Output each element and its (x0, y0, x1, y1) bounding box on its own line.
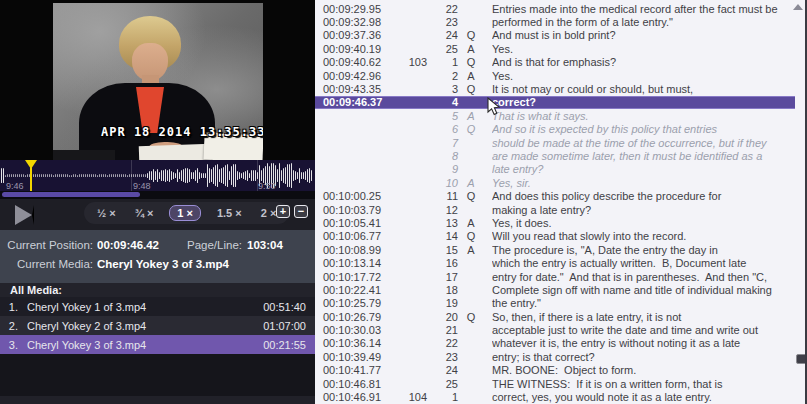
transcript-text: the entry." (492, 297, 795, 309)
media-item-number: 3. (2, 339, 18, 351)
zoom-out-button[interactable]: − (294, 205, 308, 218)
transcript-row[interactable]: 00:10:26.79 20 Q So, then, if there is a… (315, 310, 795, 323)
transcript-line-number: 5 (427, 110, 458, 122)
speed-selector: ½ ×¾ ×1 ×1.5 ×2 × (84, 202, 289, 224)
transcript-row[interactable]: 6 Q And so it is expected by this policy… (315, 123, 795, 136)
transcript-row[interactable]: 00:10:03.79 12 making a late entry? (315, 203, 795, 216)
transcript-text: And so it is expected by this policy tha… (492, 123, 795, 135)
transcript-row[interactable]: 00:09:46.37 4 correct? (315, 96, 795, 109)
transcript-row[interactable]: 00:10:46.91 104 1 correct, yes, you woul… (315, 390, 795, 403)
transcript-timestamp: 00:09:42.96 (323, 70, 379, 82)
transcript-row[interactable]: 00:09:40.19 25 A Yes. (315, 42, 795, 55)
transcript-timestamp: 00:10:25.79 (323, 297, 379, 309)
media-list-item[interactable]: 3. Cheryl Yokey 3 of 3.mp4 00:21:55 (0, 335, 315, 354)
speed-button[interactable]: ½ × (94, 206, 119, 220)
transcript-row[interactable]: 00:10:41.77 24 MR. BOONE: Object to form… (315, 364, 795, 377)
desk-objects (53, 150, 115, 160)
speed-button[interactable]: 1.5 × (214, 206, 245, 220)
page-line-value: 103:04 (247, 239, 283, 251)
transcript-line-number: 24 (427, 29, 458, 41)
transcript-line-number: 19 (427, 297, 458, 309)
transcript-line-number: 9 (427, 163, 458, 175)
zoom-in-button[interactable]: + (276, 205, 290, 218)
transcript-row[interactable]: 00:10:22.41 18 Complete sign off with na… (315, 283, 795, 296)
transcript-timestamp: 00:10:05.41 (323, 217, 379, 229)
video-player[interactable]: APR 18 2014 13:35:33 (0, 0, 315, 160)
transcript-timestamp: 00:10:36.14 (323, 337, 379, 349)
progress-fill (2, 192, 140, 197)
speed-button[interactable]: 1 × (169, 205, 201, 221)
transcript-row[interactable]: 00:10:13.14 16 which the entry is actual… (315, 256, 795, 269)
media-list-item[interactable]: 1. Cheryl Yokey 1 of 3.mp4 00:51:40 (0, 297, 315, 316)
speed-button[interactable]: ¾ × (132, 206, 157, 220)
current-media-value: Cheryl Yokey 3 of 3.mp4 (97, 258, 229, 270)
transcript-line-number: 25 (427, 378, 458, 390)
transcript-row[interactable]: 00:10:17.72 17 entry for date." And that… (315, 270, 795, 283)
transcript-row[interactable]: 00:09:43.35 3 Q It is not may or could o… (315, 82, 795, 95)
transcript-row[interactable]: 00:09:32.98 23 performed in the form of … (315, 15, 795, 28)
current-media-label: Current Media: (0, 258, 93, 270)
transcript-line-number: 24 (427, 364, 458, 376)
transcript-line-number: 1 (427, 56, 458, 68)
media-item-name: Cheryl Yokey 2 of 3.mp4 (27, 320, 263, 332)
transcript-page-number: 103 (379, 56, 427, 68)
transcript-timestamp: 00:10:26.79 (323, 311, 379, 323)
transcript-row[interactable]: 00:10:06.77 14 Q Will you read that slow… (315, 230, 795, 243)
transcript-text: are made sometime later, then it must be… (492, 150, 795, 162)
transcript-qa-marker: Q (458, 230, 484, 242)
transcript-qa-marker: A (458, 110, 484, 122)
playhead-flag-icon[interactable] (25, 160, 37, 169)
transcript-row[interactable]: 5 A That is what it says. (315, 109, 795, 122)
transcript-row[interactable]: 00:09:42.96 2 A Yes. (315, 69, 795, 82)
transcript-text: performed in the form of a late entry." (492, 16, 795, 28)
transcript-row[interactable]: 8 are made sometime later, then it must … (315, 149, 795, 162)
transcript-row[interactable]: 00:10:30.03 21 acceptable just to write … (315, 323, 795, 336)
waveform-zoom-controls: + − (276, 205, 308, 218)
transcript-text: MR. BOONE: Object to form. (492, 364, 795, 376)
playback-progress-bar[interactable] (0, 191, 315, 199)
transcript-rows: 00:09:29.95 22 Entries made into the med… (315, 0, 807, 404)
transcript-row[interactable]: 00:09:37.36 24 Q And must is in bold pri… (315, 29, 795, 42)
media-item-duration: 00:51:40 (263, 301, 306, 313)
transcript-line-number: 13 (427, 217, 458, 229)
scrollbar-up-arrow-icon[interactable] (793, 4, 803, 10)
media-item-duration: 01:07:00 (263, 320, 306, 332)
transcript-row[interactable]: 00:10:08.99 15 A The procedure is, "A, D… (315, 243, 795, 256)
transcript-line-number: 17 (427, 271, 458, 283)
transcript-text: And does this policy describe the proced… (492, 190, 795, 202)
transcript-row[interactable]: 00:10:36.14 22 whatever it is, the entry… (315, 337, 795, 350)
transcript-timestamp: 00:10:06.77 (323, 230, 379, 242)
transcript-row[interactable]: 00:09:40.62 103 1 Q And is that for emph… (315, 56, 795, 69)
audio-waveform[interactable]: 9:469:489:50 (0, 160, 315, 191)
transcript-row[interactable]: 00:10:25.79 19 the entry." (315, 297, 795, 310)
transcript-qa-marker: Q (458, 311, 484, 323)
transcript-text: acceptable just to write the date and ti… (492, 324, 795, 336)
transcript-text: which the entry is actually written. B, … (492, 257, 795, 269)
play-button[interactable] (15, 205, 34, 225)
transcript-row[interactable]: 00:10:00.25 11 Q And does this policy de… (315, 189, 795, 202)
transcript-row[interactable]: 00:10:46.81 25 THE WITNESS: If it is on … (315, 377, 795, 390)
page-line-label: Page/Line: (180, 239, 242, 251)
transcript-row[interactable]: 9 late entry? (315, 163, 795, 176)
media-list-item[interactable]: 2. Cheryl Yokey 2 of 3.mp4 01:07:00 (0, 316, 315, 335)
transcript-text: correct? (492, 96, 795, 108)
transcript-timestamp: 00:10:30.03 (323, 324, 379, 336)
transcript-timestamp: 00:10:17.72 (323, 271, 379, 283)
transcript-line-number: 6 (427, 123, 458, 135)
transcript-line-number: 10 (427, 177, 458, 189)
transcript-timestamp: 00:10:03.79 (323, 204, 379, 216)
current-position-value: 00:09:46.42 (97, 239, 159, 251)
transcript-qa-marker: A (458, 177, 484, 189)
transcript-line-number: 12 (427, 204, 458, 216)
transcript-row[interactable]: 7 should be made at the time of the occu… (315, 136, 795, 149)
transcript-row[interactable]: 00:09:29.95 22 Entries made into the med… (315, 2, 795, 15)
transcript-row[interactable]: 10 A Yes, sir. (315, 176, 795, 189)
transcript-line-number: 23 (427, 351, 458, 363)
deposition-sync-app: APR 18 2014 13:35:33 9:469:489:50 ½ ×¾ ×… (0, 0, 807, 404)
all-media-header: All Media: (0, 283, 315, 297)
media-item-name: Cheryl Yokey 1 of 3.mp4 (27, 301, 263, 313)
transcript-row[interactable]: 00:10:39.49 23 entry; is that correct? (315, 350, 795, 363)
transcript-row[interactable]: 00:10:05.41 13 A Yes, it does. (315, 216, 795, 229)
media-list-footer (0, 396, 315, 404)
transcript-line-number: 16 (427, 257, 458, 269)
